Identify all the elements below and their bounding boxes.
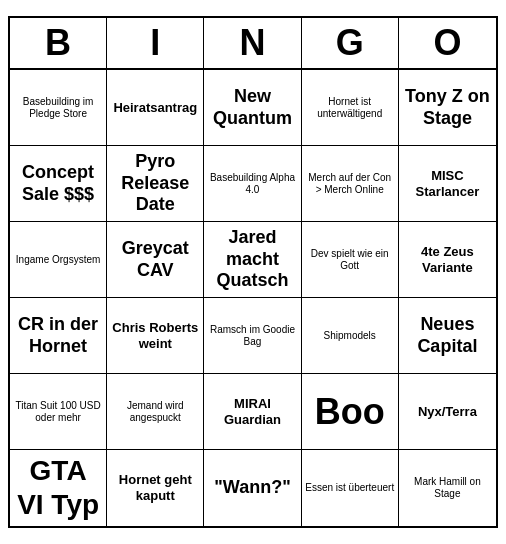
bingo-cell-29: Mark Hamill on Stage: [399, 450, 496, 526]
bingo-cell-9: MISC Starlancer: [399, 146, 496, 222]
bingo-cell-0: Basebuilding im Pledge Store: [10, 70, 107, 146]
bingo-cell-27: "Wann?": [204, 450, 301, 526]
bingo-cell-17: Ramsch im Goodie Bag: [204, 298, 301, 374]
bingo-cell-23: Boo: [302, 374, 399, 450]
bingo-cell-21: Jemand wird angespuckt: [107, 374, 204, 450]
bingo-cell-18: Shipmodels: [302, 298, 399, 374]
bingo-card: BINGO Basebuilding im Pledge StoreHeirat…: [8, 16, 498, 528]
bingo-cell-19: Neues Capital: [399, 298, 496, 374]
bingo-cell-20: Titan Suit 100 USD oder mehr: [10, 374, 107, 450]
bingo-cell-2: New Quantum: [204, 70, 301, 146]
bingo-cell-28: Essen ist überteuert: [302, 450, 399, 526]
bingo-cell-16: Chris Roberts weint: [107, 298, 204, 374]
bingo-header: BINGO: [10, 18, 496, 70]
bingo-cell-4: Tony Z on Stage: [399, 70, 496, 146]
header-letter-n: N: [204, 18, 301, 68]
bingo-cell-24: Nyx/Terra: [399, 374, 496, 450]
bingo-cell-5: Concept Sale $$$: [10, 146, 107, 222]
bingo-cell-14: 4te Zeus Variante: [399, 222, 496, 298]
bingo-cell-3: Hornet ist unterwältigend: [302, 70, 399, 146]
bingo-cell-1: Heiratsantrag: [107, 70, 204, 146]
bingo-cell-12: Jared macht Quatsch: [204, 222, 301, 298]
bingo-grid: Basebuilding im Pledge StoreHeiratsantra…: [10, 70, 496, 526]
bingo-cell-25: GTA VI Typ: [10, 450, 107, 526]
bingo-cell-26: Hornet geht kaputt: [107, 450, 204, 526]
header-letter-b: B: [10, 18, 107, 68]
bingo-cell-11: Greycat CAV: [107, 222, 204, 298]
bingo-cell-6: Pyro Release Date: [107, 146, 204, 222]
bingo-cell-10: Ingame Orgsystem: [10, 222, 107, 298]
header-letter-o: O: [399, 18, 496, 68]
header-letter-g: G: [302, 18, 399, 68]
bingo-cell-22: MIRAI Guardian: [204, 374, 301, 450]
bingo-cell-7: Basebuilding Alpha 4.0: [204, 146, 301, 222]
bingo-cell-8: Merch auf der Con > Merch Online: [302, 146, 399, 222]
bingo-cell-13: Dev spielt wie ein Gott: [302, 222, 399, 298]
header-letter-i: I: [107, 18, 204, 68]
bingo-cell-15: CR in der Hornet: [10, 298, 107, 374]
